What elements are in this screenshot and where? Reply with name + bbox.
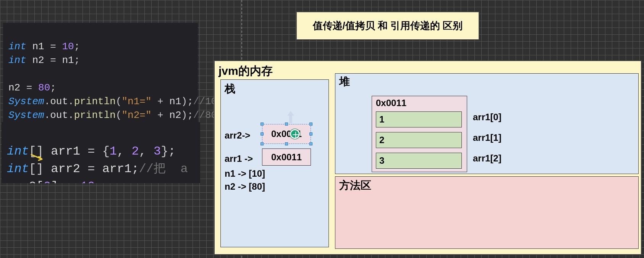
heap-object: 0x0011 1 2 3 — [372, 96, 467, 172]
stack-arr2-addr-cell[interactable]: 0x0011 — [262, 124, 311, 144]
sel-handle[interactable] — [309, 142, 312, 145]
obj-label-1: arr1[1] — [473, 132, 502, 143]
code-block-1: int n1 = 10; int n2 = n1; n2 = 80; Syste… — [3, 23, 198, 125]
stack-box: 栈 arr2-> 0x0011 arr1 -> 0x0011 n1 -> [10… — [220, 79, 329, 247]
sel-handle[interactable] — [261, 123, 264, 126]
stack-arr1-label: arr1 -> — [225, 153, 253, 164]
heap-box: 堆 0x0011 1 2 3 arr1[0] arr1[1] arr1[2] — [335, 73, 639, 174]
obj-label-2: arr1[2] — [473, 153, 502, 164]
sel-handle[interactable] — [285, 142, 288, 145]
obj-cell-2: 3 — [376, 153, 462, 169]
heap-title: 堆 — [339, 74, 350, 89]
diagram-title: 值传递/值拷贝 和 引用传递的 区别 — [296, 11, 479, 40]
sel-handle[interactable] — [309, 132, 312, 135]
sel-handle[interactable] — [261, 142, 264, 145]
code-block-2: int[] arr1 = {1, 2, 3}; int[] arr2 = arr… — [2, 122, 200, 183]
pointer-arrow-icon — [31, 153, 46, 161]
stack-arr1-addr-cell: 0x0011 — [262, 148, 311, 166]
jvm-memory-box: jvm的内存 栈 arr2-> 0x0011 arr1 -> 0x0011 n1… — [214, 60, 642, 255]
obj-address: 0x0011 — [376, 98, 406, 108]
stack-n1: n1 -> [10] — [225, 168, 265, 179]
title-text: 值传递/值拷贝 和 引用传递的 区别 — [313, 19, 463, 32]
obj-label-0: arr1[0] — [473, 112, 502, 123]
method-area-title: 方法区 — [339, 178, 371, 193]
jvm-title: jvm的内存 — [218, 63, 273, 79]
stack-title: 栈 — [225, 82, 235, 96]
obj-cell-0: 1 — [376, 111, 462, 127]
sel-handle[interactable] — [309, 123, 312, 126]
stack-arr2-label: arr2-> — [225, 130, 250, 141]
obj-cell-1: 2 — [376, 132, 462, 148]
stack-n2: n2 -> [80] — [225, 181, 265, 192]
sel-handle[interactable] — [261, 132, 264, 135]
arr1-addr-text: 0x0011 — [271, 152, 302, 163]
move-cursor-icon[interactable] — [290, 129, 300, 139]
sel-handle[interactable] — [285, 123, 288, 126]
method-area-box: 方法区 — [335, 176, 639, 249]
kw-int: int — [8, 41, 26, 52]
